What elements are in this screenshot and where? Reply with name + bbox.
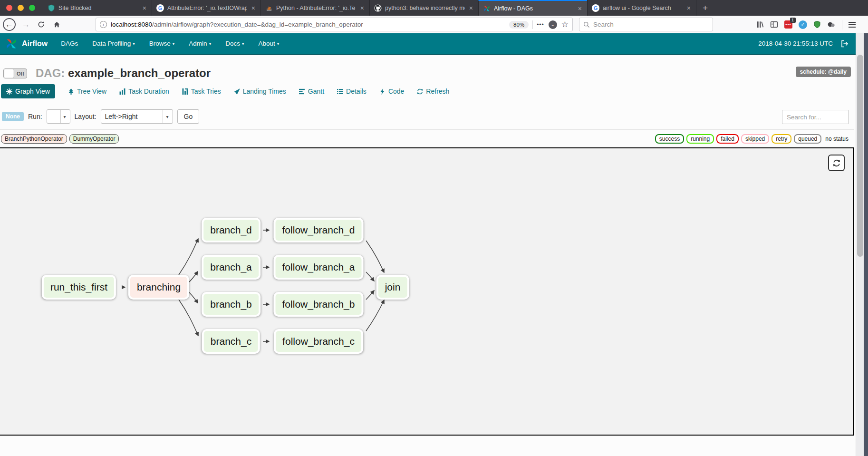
tab-airflow-ui-search[interactable]: G airflow ui - Google Search × — [587, 0, 696, 16]
stackoverflow-favicon — [265, 4, 273, 12]
tab-close-icon[interactable]: × — [468, 4, 474, 12]
close-window-button[interactable] — [6, 5, 12, 11]
tab-python-attributeerror[interactable]: Python - AttributeError: '_io.Te × — [260, 0, 369, 16]
legend-branchpythonoperator: BranchPythonOperator — [1, 134, 67, 144]
airflow-menu: DAGs Data Profiling▾ Browse▾ Admin▾ Docs… — [61, 40, 279, 47]
tab-landing-times[interactable]: Landing Times — [234, 87, 286, 95]
new-tab-button[interactable]: + — [696, 0, 714, 16]
tab-close-icon[interactable]: × — [251, 4, 256, 12]
task-node-branching[interactable]: branching — [128, 275, 189, 300]
tab-graph-view[interactable]: Graph View — [1, 84, 55, 98]
task-node-follow-branch-a[interactable]: follow_branch_a — [274, 255, 364, 280]
list-icon — [337, 88, 343, 95]
server-timestamp: 2018-04-30 21:55:13 UTC — [758, 40, 833, 47]
tab-site-blocked[interactable]: Site Blocked × — [43, 0, 152, 16]
menu-item-data-profiling[interactable]: Data Profiling▾ — [92, 40, 135, 47]
home-button[interactable] — [50, 18, 63, 31]
tab-refresh[interactable]: Refresh — [417, 87, 449, 95]
tab-details[interactable]: Details — [337, 87, 366, 95]
page-scrollbar[interactable] — [856, 33, 864, 456]
chevron-down-icon: ▾ — [209, 41, 212, 46]
tab-task-tries[interactable]: Task Tries — [182, 87, 221, 95]
airflow-favicon — [483, 5, 491, 12]
tab-close-icon[interactable]: × — [577, 5, 583, 12]
dag-title-prefix: DAG: — [36, 67, 65, 79]
task-node-branch-a[interactable]: branch_a — [202, 255, 260, 280]
layout-label: Layout: — [75, 113, 96, 120]
task-node-branch-d[interactable]: branch_d — [202, 218, 260, 243]
chevron-down-icon: ▾ — [173, 41, 175, 46]
tab-attributeerror-google[interactable]: G AttributeError: '_io.TextIOWrapp × — [152, 0, 260, 16]
task-node-run-this-first[interactable]: run_this_first — [42, 275, 116, 300]
google-favicon: G — [592, 4, 599, 12]
tab-close-icon[interactable]: × — [359, 4, 365, 12]
task-node-follow-branch-c[interactable]: follow_branch_c — [274, 329, 363, 354]
tab-title: Python - AttributeError: '_io.Te — [276, 5, 356, 11]
scrollbar-thumb[interactable] — [857, 55, 863, 257]
task-node-branch-c[interactable]: branch_c — [202, 329, 260, 354]
dag-graph-canvas[interactable]: run_this_first branching branch_d branch… — [0, 147, 854, 436]
refresh-icon — [417, 88, 423, 95]
url-bar[interactable]: i localhost:8080 /admin/airflow/graph?ex… — [96, 18, 573, 31]
tab-tree-view[interactable]: Tree View — [68, 87, 106, 95]
tab-gantt[interactable]: Gantt — [299, 87, 324, 95]
reload-icon — [38, 21, 45, 28]
toolbar-extension-icons: •••1 ✓ — [756, 18, 856, 31]
menu-item-docs[interactable]: Docs▾ — [225, 40, 244, 47]
sidebar-icon[interactable] — [770, 20, 778, 29]
bar-chart-icon — [119, 88, 125, 95]
layout-select[interactable]: Left->Right ▾ — [101, 109, 173, 124]
menu-item-admin[interactable]: Admin▾ — [189, 40, 211, 47]
dag-pause-toggle[interactable]: Off — [3, 68, 27, 78]
tab-title: python3: behave incorrectly mo — [385, 5, 465, 11]
tab-task-duration[interactable]: Task Duration — [119, 87, 169, 95]
maximize-window-button[interactable] — [29, 5, 35, 11]
go-button[interactable]: Go — [177, 109, 200, 124]
toggle-knob — [4, 69, 14, 78]
forward-button[interactable]: → — [19, 18, 32, 31]
toggle-label: Off — [14, 71, 27, 77]
airflow-navbar: Airflow DAGs Data Profiling▾ Browse▾ Adm… — [0, 33, 856, 55]
shield-extension-icon[interactable] — [813, 20, 821, 29]
menu-item-dags[interactable]: DAGs — [61, 40, 78, 47]
shield-favicon — [48, 4, 55, 12]
tab-close-icon[interactable]: × — [142, 4, 147, 12]
run-status-badge: None — [2, 112, 24, 121]
browser-toolbar: ← → i localhost:8080 /admin/airflow/grap… — [0, 16, 868, 33]
task-node-join[interactable]: join — [376, 275, 409, 300]
page-actions-icon[interactable]: ••• — [537, 21, 544, 28]
browser-search-bar[interactable] — [579, 18, 713, 31]
graph-view-icon — [6, 88, 12, 95]
logout-icon[interactable] — [840, 39, 849, 48]
site-info-icon[interactable]: i — [100, 21, 107, 28]
status-running: running — [686, 134, 714, 144]
run-select[interactable]: ▾ — [47, 109, 70, 124]
menu-item-browse[interactable]: Browse▾ — [149, 40, 175, 47]
library-icon[interactable] — [756, 20, 764, 29]
red-extension-icon[interactable]: •••1 — [784, 20, 792, 29]
tab-code[interactable]: Code — [379, 87, 404, 95]
status-retry: retry — [772, 134, 791, 144]
task-node-follow-branch-d[interactable]: follow_branch_d — [274, 218, 364, 243]
bookmark-star-icon[interactable]: ☆ — [561, 19, 569, 29]
task-search-input[interactable] — [782, 110, 849, 124]
airflow-brand[interactable]: Airflow — [22, 39, 48, 48]
tab-python3-behave[interactable]: python3: behave incorrectly mo × — [369, 0, 478, 16]
blue-extension-icon[interactable]: ✓ — [799, 20, 807, 29]
tab-close-icon[interactable]: × — [686, 4, 692, 12]
dag-name: example_branch_operator — [68, 67, 211, 79]
minimize-window-button[interactable] — [18, 5, 24, 11]
pocket-icon[interactable]: ⌄ — [549, 20, 557, 29]
graph-refresh-button[interactable] — [828, 155, 845, 171]
tab-airflow-dags-active[interactable]: Airflow - DAGs × — [478, 0, 587, 16]
browser-search-input[interactable] — [593, 21, 709, 28]
reload-button[interactable] — [35, 18, 48, 31]
menu-icon[interactable] — [849, 22, 856, 28]
zoom-level-indicator[interactable]: 80% — [509, 21, 529, 29]
task-node-follow-branch-b[interactable]: follow_branch_b — [274, 292, 364, 317]
github-favicon — [374, 4, 382, 12]
spheres-extension-icon[interactable] — [827, 20, 836, 29]
task-node-branch-b[interactable]: branch_b — [202, 292, 260, 317]
back-button[interactable]: ← — [3, 18, 16, 31]
menu-item-about[interactable]: About▾ — [258, 40, 279, 47]
